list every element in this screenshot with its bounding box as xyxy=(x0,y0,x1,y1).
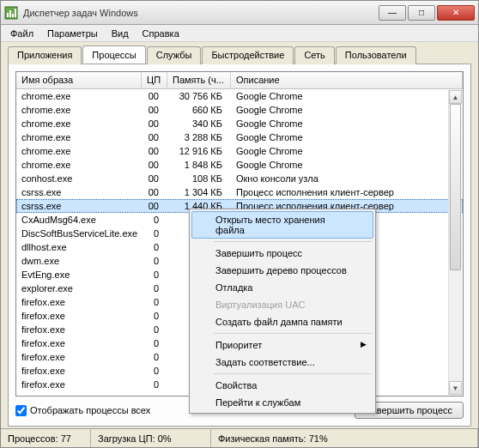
cell-cpu: 00 xyxy=(142,187,167,197)
cell-name: firefox.exe xyxy=(16,311,142,321)
cell-cpu: 0 xyxy=(142,352,167,362)
svg-rect-4 xyxy=(15,9,16,17)
context-item[interactable]: Отладка xyxy=(191,279,373,296)
cell-cpu: 00 xyxy=(142,160,167,170)
scroll-thumb[interactable] xyxy=(450,104,461,270)
cell-cpu: 0 xyxy=(142,269,167,280)
svg-rect-3 xyxy=(12,14,14,17)
cell-memory: 12 916 КБ xyxy=(167,146,231,156)
cell-cpu: 00 xyxy=(142,132,167,142)
svg-rect-2 xyxy=(9,10,11,17)
cell-memory: 1 848 КБ xyxy=(167,160,231,170)
cell-name: csrss.exe xyxy=(16,187,142,197)
context-separator xyxy=(214,333,372,334)
minimize-button[interactable]: — xyxy=(379,5,406,21)
cell-cpu: 0 xyxy=(142,366,167,376)
process-row[interactable]: chrome.exe0030 756 КБGoogle Chrome xyxy=(16,89,463,103)
cell-cpu: 00 xyxy=(142,201,167,211)
cell-name: chrome.exe xyxy=(16,105,142,115)
context-item[interactable]: Свойства xyxy=(191,377,373,394)
cell-name: dwm.exe xyxy=(16,256,142,266)
vertical-scrollbar[interactable]: ▲ ▼ xyxy=(448,90,462,395)
column-headers: Имя образа ЦП Память (ч... Описание xyxy=(16,72,463,89)
cell-cpu: 00 xyxy=(142,146,167,156)
cell-name: firefox.exe xyxy=(16,379,142,390)
cell-cpu: 0 xyxy=(142,311,167,321)
process-row[interactable]: chrome.exe00340 КБGoogle Chrome xyxy=(16,117,463,130)
cell-name: firefox.exe xyxy=(16,352,142,362)
context-item[interactable]: Создать файл дампа памяти xyxy=(191,313,373,330)
scroll-down-button[interactable]: ▼ xyxy=(449,381,462,395)
cell-memory: 108 КБ xyxy=(167,173,231,184)
context-item[interactable]: Задать соответствие... xyxy=(191,354,373,371)
cell-cpu: 0 xyxy=(142,283,167,294)
context-separator xyxy=(214,241,372,242)
cell-name: chrome.exe xyxy=(16,160,142,170)
status-bar: Процессов: 77 Загрузка ЦП: 0% Физическая… xyxy=(1,428,478,447)
tab-users[interactable]: Пользователи xyxy=(336,46,416,64)
svg-rect-1 xyxy=(7,13,9,17)
process-row[interactable]: chrome.exe00660 КБGoogle Chrome xyxy=(16,103,463,117)
cell-name: firefox.exe xyxy=(16,297,142,307)
process-row[interactable]: chrome.exe003 288 КБGoogle Chrome xyxy=(16,130,463,144)
cell-name: explorer.exe xyxy=(16,283,142,294)
context-item[interactable]: Приоритет▶ xyxy=(191,336,373,354)
cell-description: Google Chrome xyxy=(231,118,463,129)
tab-network[interactable]: Сеть xyxy=(294,46,334,64)
status-processes: Процессов: 77 xyxy=(1,429,91,447)
cell-description: Google Chrome xyxy=(231,160,463,170)
menu-file[interactable]: Файл xyxy=(4,27,39,40)
maximize-button[interactable]: □ xyxy=(408,5,435,21)
cell-name: conhost.exe xyxy=(16,173,142,184)
close-button[interactable]: ✕ xyxy=(437,5,475,21)
process-row[interactable]: csrss.exe001 304 КБПроцесс исполнения кл… xyxy=(16,185,463,199)
status-memory: Физическая память: 71% xyxy=(211,429,478,447)
col-description[interactable]: Описание xyxy=(231,72,463,88)
cell-name: EvtEng.exe xyxy=(16,269,142,280)
scroll-up-button[interactable]: ▲ xyxy=(449,90,462,104)
context-separator xyxy=(214,373,372,374)
context-item[interactable]: Открыть место хранения файла xyxy=(191,211,373,239)
cell-cpu: 00 xyxy=(142,105,167,115)
tab-applications[interactable]: Приложения xyxy=(8,46,82,64)
menu-options[interactable]: Параметры xyxy=(41,27,104,40)
cell-name: chrome.exe xyxy=(16,146,142,156)
cell-description: Google Chrome xyxy=(231,146,463,156)
cell-cpu: 00 xyxy=(142,118,167,129)
cell-description: Google Chrome xyxy=(231,105,463,115)
cell-cpu: 0 xyxy=(142,228,167,239)
tab-processes[interactable]: Процессы xyxy=(82,45,145,64)
context-item[interactable]: Завершить процесс xyxy=(191,245,373,262)
cell-memory: 660 КБ xyxy=(167,105,231,115)
cell-name: csrss.exe xyxy=(16,201,142,211)
cell-description: Окно консоли узла xyxy=(231,173,463,184)
cell-name: firefox.exe xyxy=(16,324,142,335)
scroll-track[interactable] xyxy=(449,104,462,381)
cell-description: Google Chrome xyxy=(231,132,463,142)
app-icon xyxy=(4,6,18,20)
process-row[interactable]: conhost.exe00108 КБОкно консоли узла xyxy=(16,172,463,185)
tab-services[interactable]: Службы xyxy=(147,46,202,64)
cell-cpu: 00 xyxy=(142,91,167,101)
show-all-users-input[interactable] xyxy=(15,405,27,416)
col-cpu[interactable]: ЦП xyxy=(142,72,167,88)
titlebar[interactable]: Диспетчер задач Windows — □ ✕ xyxy=(1,1,478,25)
cell-cpu: 0 xyxy=(142,215,167,225)
menubar: Файл Параметры Вид Справка xyxy=(1,25,478,42)
cell-cpu: 0 xyxy=(142,338,167,348)
show-all-users-label: Отображать процессы всех xyxy=(30,405,150,415)
col-image-name[interactable]: Имя образа xyxy=(16,72,142,88)
cell-cpu: 0 xyxy=(142,297,167,307)
tab-performance[interactable]: Быстродействие xyxy=(202,46,294,64)
cell-memory: 340 КБ xyxy=(167,118,231,129)
menu-help[interactable]: Справка xyxy=(136,27,185,40)
col-memory[interactable]: Память (ч... xyxy=(167,72,231,88)
cell-name: CxAudMsg64.exe xyxy=(16,215,142,225)
cell-name: firefox.exe xyxy=(16,366,142,376)
process-row[interactable]: chrome.exe001 848 КБGoogle Chrome xyxy=(16,158,463,172)
menu-view[interactable]: Вид xyxy=(106,27,135,40)
context-menu[interactable]: Открыть место хранения файлаЗавершить пр… xyxy=(189,209,376,414)
context-item[interactable]: Перейти к службам xyxy=(191,394,373,411)
process-row[interactable]: chrome.exe0012 916 КБGoogle Chrome xyxy=(16,144,463,158)
context-item[interactable]: Завершить дерево процессов xyxy=(191,262,373,279)
